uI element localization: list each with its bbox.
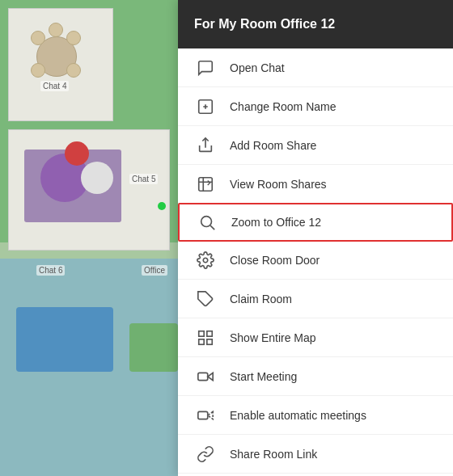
enable-auto-meetings-label: Enable automatic meetings [230,409,366,422]
menu-item-share-room-link[interactable]: Share Room Link [178,435,453,474]
svg-point-5 [203,258,208,263]
gear-icon [194,249,217,272]
svg-rect-10 [207,339,212,343]
svg-rect-9 [199,339,204,343]
svg-line-4 [210,225,214,230]
svg-rect-7 [199,331,204,335]
start-meeting-label: Start Meeting [230,370,297,383]
share-upload-icon [194,134,217,157]
svg-point-3 [201,217,212,227]
link-icon [194,443,217,465]
menu-item-add-room-share[interactable]: Add Room Share [178,126,453,165]
claim-room-label: Claim Room [230,293,292,305]
menu-item-close-room-door[interactable]: Close Room Door [178,241,453,280]
video-icon [194,404,217,427]
menu-item-show-entire-map[interactable]: Show Entire Map [178,318,453,357]
menu-item-zoom-to-office[interactable]: Zoom to Office 12 [178,203,453,242]
close-room-door-label: Close Room Door [230,254,320,267]
meeting-icon [194,365,217,388]
context-menu: For My Room Office 12 Open Chat Change R… [178,0,453,476]
menu-header: For My Room Office 12 [178,0,453,48]
search-icon [196,211,218,234]
green-dot [158,202,166,210]
svg-rect-12 [198,411,208,419]
share-view-icon [194,173,217,196]
menu-item-claim-room[interactable]: Claim Room [178,280,453,318]
chat6-label: Chat 6 [36,265,65,276]
change-room-name-label: Change Room Name [230,100,337,113]
menu-item-start-meeting[interactable]: Start Meeting [178,357,453,396]
zoom-to-office-label: Zoom to Office 12 [231,216,321,229]
open-chat-label: Open Chat [230,61,285,74]
chat4-label: Chat 4 [40,81,69,91]
show-entire-map-label: Show Entire Map [230,331,316,344]
office-label: Office [142,265,167,276]
chat-icon [194,57,217,79]
menu-item-change-room-name[interactable]: Change Room Name [178,87,453,126]
chat5-label: Chat 5 [129,174,158,184]
grid-icon [194,326,217,349]
add-room-share-label: Add Room Share [230,139,316,152]
edit-box-icon [194,95,217,118]
tag-icon [194,288,217,310]
menu-title: For My Room Office 12 [194,17,335,32]
menu-item-open-chat[interactable]: Open Chat [178,48,453,87]
svg-rect-2 [199,177,213,191]
svg-rect-8 [207,331,212,335]
svg-rect-11 [198,373,208,380]
menu-item-enable-auto-meetings[interactable]: Enable automatic meetings [178,396,453,435]
view-room-shares-label: View Room Shares [230,178,327,191]
share-room-link-label: Share Room Link [230,448,317,461]
menu-item-view-room-shares[interactable]: View Room Shares [178,165,453,204]
